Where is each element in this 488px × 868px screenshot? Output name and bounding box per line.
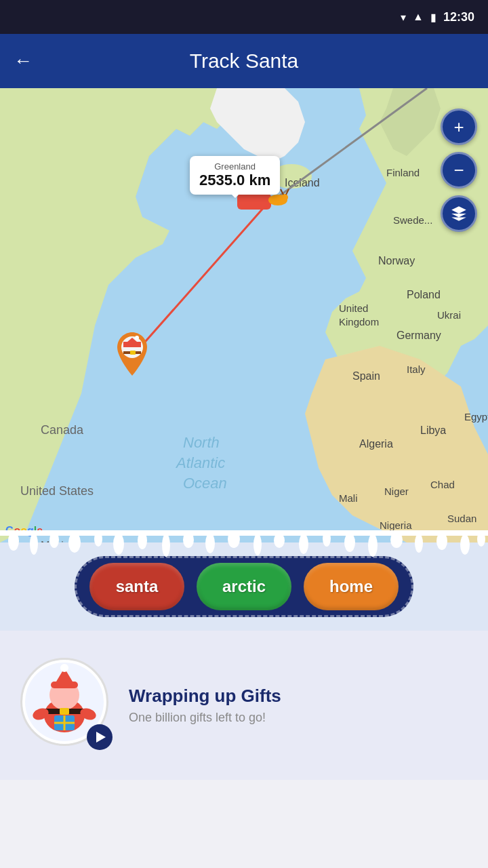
- svg-text:Sudan: Sudan: [447, 513, 476, 524]
- svg-rect-41: [130, 351, 136, 355]
- svg-rect-68: [51, 682, 78, 688]
- svg-point-54: [253, 534, 262, 555]
- wifi-icon: ▾: [401, 11, 406, 24]
- svg-text:Ocean: Ocean: [183, 475, 227, 492]
- svg-point-48: [113, 533, 124, 555]
- svg-point-56: [299, 534, 308, 554]
- svg-point-62: [436, 532, 447, 550]
- svg-point-64: [477, 532, 485, 547]
- svg-text:United: United: [339, 302, 368, 314]
- svg-text:Norway: Norway: [378, 255, 415, 267]
- svg-text:Atlantic: Atlantic: [175, 454, 225, 471]
- header: ← Track Santa: [0, 34, 488, 88]
- status-bar: ▾ ▲ ▮ 12:30: [0, 0, 488, 34]
- svg-point-51: [183, 532, 194, 548]
- signal-icon: ▲: [413, 11, 424, 23]
- svg-text:Nigeria: Nigeria: [380, 519, 412, 531]
- svg-point-52: [205, 533, 215, 553]
- svg-point-49: [138, 532, 147, 549]
- svg-point-61: [415, 534, 423, 553]
- icicles: [0, 530, 488, 557]
- svg-text:Swede...: Swede...: [393, 214, 432, 226]
- play-icon: [96, 732, 106, 743]
- svg-point-58: [344, 533, 355, 552]
- svg-point-39: [135, 336, 139, 340]
- distance-label: Greenland: [199, 161, 270, 172]
- info-title: Wrapping up Gifts: [129, 686, 468, 707]
- distance-value: 2535.0 km: [199, 172, 270, 189]
- svg-text:United States: United States: [20, 484, 94, 498]
- home-nav-button[interactable]: home: [304, 563, 399, 610]
- santa-illustration: [20, 658, 115, 753]
- svg-text:Ukrai: Ukrai: [437, 309, 461, 321]
- back-button[interactable]: ←: [14, 50, 33, 72]
- map-container[interactable]: Canada United States Mexico Venezuela No…: [0, 88, 488, 542]
- svg-rect-71: [60, 708, 69, 715]
- zoom-in-button[interactable]: +: [441, 108, 477, 145]
- home-pin: [114, 332, 150, 376]
- svg-text:Niger: Niger: [384, 486, 409, 497]
- svg-point-55: [274, 533, 285, 548]
- svg-point-46: [68, 532, 81, 553]
- svg-point-50: [162, 534, 170, 557]
- svg-text:Algeria: Algeria: [359, 438, 393, 450]
- svg-point-69: [60, 664, 68, 672]
- svg-point-57: [323, 530, 331, 547]
- nav-bar: santa arctic home: [0, 542, 488, 631]
- zoom-out-button[interactable]: −: [441, 152, 477, 189]
- layers-button[interactable]: [441, 195, 477, 232]
- svg-text:Libya: Libya: [420, 425, 446, 436]
- santa-nav-button[interactable]: santa: [89, 563, 184, 610]
- svg-point-47: [94, 532, 102, 547]
- info-text: Wrapping up Gifts One billion gifts left…: [129, 686, 468, 725]
- svg-text:Mali: Mali: [339, 492, 358, 504]
- svg-point-63: [460, 534, 470, 555]
- svg-text:Poland: Poland: [407, 289, 441, 300]
- svg-point-43: [8, 532, 19, 551]
- play-button[interactable]: [87, 724, 113, 750]
- battery-icon: ▮: [430, 11, 436, 24]
- map-controls: + −: [441, 108, 477, 232]
- svg-point-59: [368, 534, 378, 557]
- svg-text:Egypt: Egypt: [464, 411, 488, 422]
- svg-rect-31: [237, 193, 271, 210]
- svg-text:Finland: Finland: [386, 167, 420, 178]
- svg-point-44: [30, 533, 38, 555]
- nav-pill: santa arctic home: [75, 556, 413, 617]
- svg-text:Chad: Chad: [430, 479, 455, 490]
- svg-rect-38: [123, 342, 141, 347]
- svg-point-53: [228, 530, 240, 548]
- svg-text:Spain: Spain: [352, 370, 380, 382]
- svg-text:North: North: [183, 434, 220, 451]
- svg-text:Kingdom: Kingdom: [339, 316, 379, 328]
- svg-point-34: [281, 194, 288, 201]
- svg-text:Germany: Germany: [396, 330, 441, 341]
- info-subtitle: One billion gifts left to go!: [129, 711, 468, 725]
- arctic-nav-button[interactable]: arctic: [197, 563, 291, 610]
- svg-point-45: [49, 532, 59, 548]
- svg-text:Italy: Italy: [407, 363, 426, 375]
- distance-popup: Greenland 2535.0 km: [190, 156, 280, 195]
- header-title: Track Santa: [46, 50, 442, 73]
- svg-point-60: [390, 532, 403, 548]
- status-time: 12:30: [443, 10, 474, 24]
- info-panel: Wrapping up Gifts One billion gifts left…: [0, 631, 488, 780]
- svg-text:Canada: Canada: [41, 423, 84, 437]
